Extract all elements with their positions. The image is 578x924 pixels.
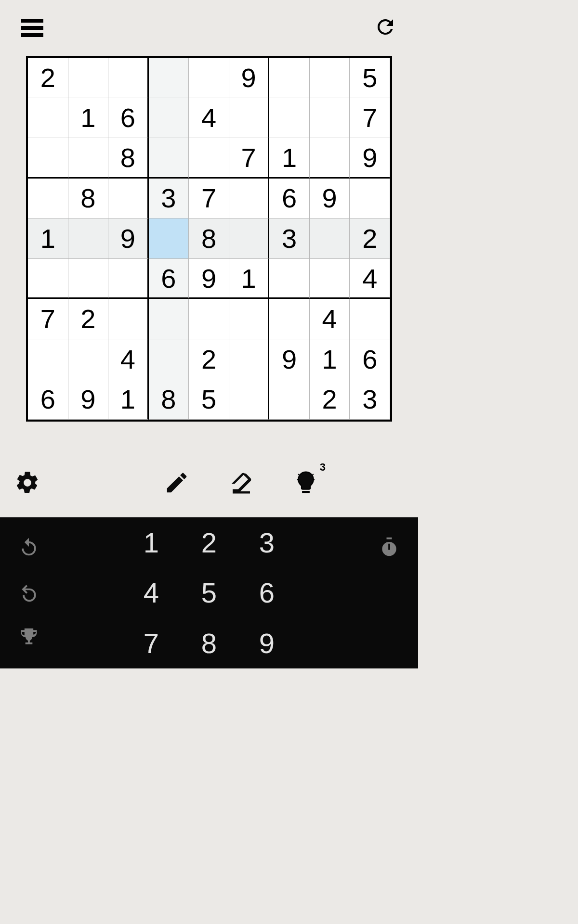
cell-r6-c2[interactable]: [108, 299, 149, 339]
refresh-icon[interactable]: [374, 15, 397, 40]
cell-r1-c4[interactable]: 4: [189, 98, 229, 139]
cell-r5-c0[interactable]: [28, 259, 68, 299]
cell-r2-c5[interactable]: 7: [229, 138, 270, 179]
cell-r7-c8[interactable]: 6: [350, 339, 390, 380]
cell-r6-c4[interactable]: [189, 299, 229, 339]
cell-r2-c3[interactable]: [149, 138, 189, 179]
cell-r1-c3[interactable]: [149, 98, 189, 139]
cell-r5-c4[interactable]: 9: [189, 259, 229, 299]
cell-r4-c8[interactable]: 2: [350, 218, 390, 259]
cell-r8-c8[interactable]: 3: [350, 379, 390, 420]
numpad-4[interactable]: 4: [122, 577, 180, 609]
cell-r4-c5[interactable]: [229, 218, 270, 259]
cell-r0-c0[interactable]: 2: [28, 58, 68, 98]
cell-r5-c1[interactable]: [68, 259, 109, 299]
cell-r5-c2[interactable]: [108, 259, 149, 299]
cell-r3-c7[interactable]: 9: [310, 179, 350, 219]
cell-r8-c2[interactable]: 1: [108, 379, 149, 420]
cell-r7-c4[interactable]: 2: [189, 339, 229, 380]
cell-r1-c8[interactable]: 7: [350, 98, 390, 139]
cell-r1-c0[interactable]: [28, 98, 68, 139]
cell-r2-c7[interactable]: [310, 138, 350, 179]
cell-r1-c7[interactable]: [310, 98, 350, 139]
cell-r4-c6[interactable]: 3: [269, 218, 310, 259]
cell-r4-c4[interactable]: 8: [189, 218, 229, 259]
cell-r7-c0[interactable]: [28, 339, 68, 380]
cell-r2-c4[interactable]: [189, 138, 229, 179]
cell-r8-c7[interactable]: 2: [310, 379, 350, 420]
cell-r7-c2[interactable]: 4: [108, 339, 149, 380]
timer-button[interactable]: [379, 537, 400, 560]
cell-r3-c8[interactable]: [350, 179, 390, 219]
cell-r2-c1[interactable]: [68, 138, 109, 179]
cell-r7-c7[interactable]: 1: [310, 339, 350, 380]
cell-r4-c2[interactable]: 9: [108, 218, 149, 259]
restart-button[interactable]: [18, 536, 39, 559]
cell-r8-c0[interactable]: 6: [28, 379, 68, 420]
cell-r1-c1[interactable]: 1: [68, 98, 109, 139]
cell-r6-c7[interactable]: 4: [310, 299, 350, 339]
eraser-button[interactable]: [228, 470, 254, 498]
cell-r4-c0[interactable]: 1: [28, 218, 68, 259]
numpad-3[interactable]: 3: [238, 526, 296, 559]
cell-r5-c8[interactable]: 4: [350, 259, 390, 299]
cell-r0-c5[interactable]: 9: [229, 58, 270, 98]
cell-r0-c2[interactable]: [108, 58, 149, 98]
cell-r1-c5[interactable]: [229, 98, 270, 139]
cell-r1-c6[interactable]: [269, 98, 310, 139]
cell-r3-c0[interactable]: [28, 179, 68, 219]
numpad-6[interactable]: 6: [238, 577, 296, 609]
cell-r0-c7[interactable]: [310, 58, 350, 98]
cell-r3-c1[interactable]: 8: [68, 179, 109, 219]
cell-r2-c0[interactable]: [28, 138, 68, 179]
cell-r5-c3[interactable]: 6: [149, 259, 189, 299]
cell-r5-c7[interactable]: [310, 259, 350, 299]
cell-r7-c5[interactable]: [229, 339, 270, 380]
pencil-button[interactable]: [164, 470, 190, 498]
hint-button[interactable]: 3: [293, 470, 319, 498]
cell-r5-c5[interactable]: 1: [229, 259, 270, 299]
cell-r7-c3[interactable]: [149, 339, 189, 380]
cell-r5-c6[interactable]: [269, 259, 310, 299]
numpad-2[interactable]: 2: [180, 526, 238, 559]
cell-r0-c4[interactable]: [189, 58, 229, 98]
numpad-7[interactable]: 7: [122, 627, 180, 659]
cell-r3-c5[interactable]: [229, 179, 270, 219]
cell-r3-c6[interactable]: 6: [269, 179, 310, 219]
numpad-5[interactable]: 5: [180, 577, 238, 609]
menu-icon[interactable]: [21, 19, 43, 37]
cell-r0-c6[interactable]: [269, 58, 310, 98]
cell-r0-c1[interactable]: [68, 58, 109, 98]
cell-r6-c0[interactable]: 7: [28, 299, 68, 339]
cell-r4-c1[interactable]: [68, 218, 109, 259]
cell-r8-c4[interactable]: 5: [189, 379, 229, 420]
cell-r8-c6[interactable]: [269, 379, 310, 420]
settings-button[interactable]: [14, 470, 40, 498]
numpad-8[interactable]: 8: [180, 627, 238, 659]
cell-r7-c1[interactable]: [68, 339, 109, 380]
cell-r3-c4[interactable]: 7: [189, 179, 229, 219]
cell-r7-c6[interactable]: 9: [269, 339, 310, 380]
cell-r3-c2[interactable]: [108, 179, 149, 219]
cell-r4-c3[interactable]: [149, 218, 189, 259]
cell-r6-c3[interactable]: [149, 299, 189, 339]
numpad-9[interactable]: 9: [238, 627, 296, 659]
numpad-1[interactable]: 1: [122, 526, 180, 559]
cell-r8-c5[interactable]: [229, 379, 270, 420]
cell-r6-c5[interactable]: [229, 299, 270, 339]
cell-r6-c1[interactable]: 2: [68, 299, 109, 339]
cell-r3-c3[interactable]: 3: [149, 179, 189, 219]
cell-r6-c8[interactable]: [350, 299, 390, 339]
cell-r2-c2[interactable]: 8: [108, 138, 149, 179]
cell-r1-c2[interactable]: 6: [108, 98, 149, 139]
cell-r8-c1[interactable]: 9: [68, 379, 109, 420]
cell-r0-c3[interactable]: [149, 58, 189, 98]
cell-r2-c6[interactable]: 1: [269, 138, 310, 179]
cell-r2-c8[interactable]: 9: [350, 138, 390, 179]
trophy-button[interactable]: [18, 627, 39, 650]
cell-r0-c8[interactable]: 5: [350, 58, 390, 98]
cell-r8-c3[interactable]: 8: [149, 379, 189, 420]
cell-r4-c7[interactable]: [310, 218, 350, 259]
cell-r6-c6[interactable]: [269, 299, 310, 339]
undo-button[interactable]: [18, 581, 39, 604]
